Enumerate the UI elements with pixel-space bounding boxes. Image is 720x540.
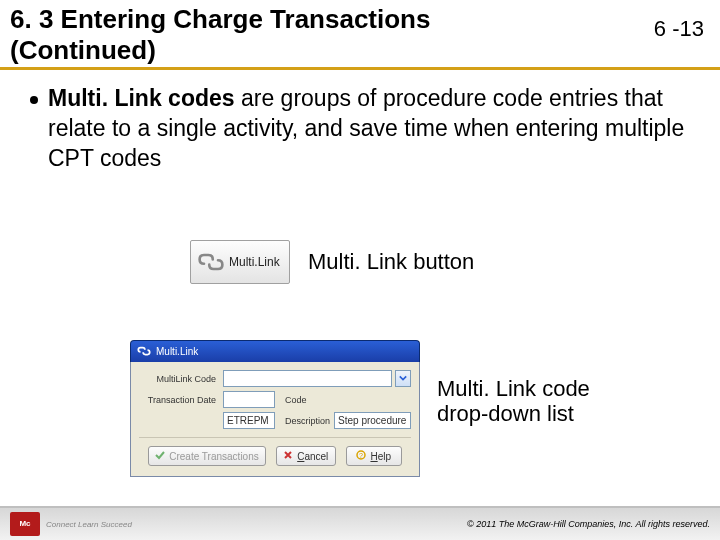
create-transactions-label: Create Transactions	[169, 451, 259, 462]
transaction-date-input[interactable]	[223, 391, 275, 408]
transaction-date-label: Transaction Date	[139, 395, 219, 405]
description-label: Description	[285, 416, 330, 426]
multilink-button[interactable]: Multi.Link	[190, 240, 290, 284]
multilink-button-caption: Multi. Link button	[308, 249, 474, 275]
page-number: 6 -13	[654, 16, 704, 42]
help-icon: ?	[356, 450, 366, 462]
description-input[interactable]: Step procedure	[334, 412, 411, 429]
multilink-code-input[interactable]	[223, 370, 392, 387]
create-transactions-button[interactable]: Create Transactions	[148, 446, 266, 466]
multilink-button-label: Multi.Link	[229, 255, 280, 269]
footer: Mc Connect Learn Succeed © 2011 The McGr…	[0, 506, 720, 540]
bullet-item: Multi. Link codes are groups of procedur…	[30, 84, 690, 174]
code-input[interactable]: ETREPM	[223, 412, 275, 429]
bullet-bold: Multi. Link codes	[48, 85, 235, 111]
multilink-code-label: MultiLink Code	[139, 374, 219, 384]
link-icon	[137, 344, 151, 360]
bullet-text: Multi. Link codes are groups of procedur…	[48, 84, 690, 174]
check-icon	[155, 450, 165, 462]
bullet-dot-icon	[30, 96, 38, 104]
x-icon	[283, 450, 293, 462]
multilink-code-dropdown-button[interactable]	[395, 370, 411, 387]
slide-title: 6. 3 Entering Charge Transactions (Conti…	[10, 4, 570, 65]
help-button[interactable]: ? Help	[346, 446, 402, 466]
cancel-button[interactable]: Cancel	[276, 446, 336, 466]
svg-text:?: ?	[360, 452, 364, 459]
code-label: Code	[285, 395, 307, 405]
cancel-label-rest: ancel	[304, 451, 328, 462]
multilink-dialog: Multi.Link MultiLink Code Transaction Da…	[130, 340, 420, 477]
dialog-titlebar: Multi.Link	[130, 340, 420, 362]
copyright: © 2011 The McGraw-Hill Companies, Inc. A…	[467, 519, 710, 529]
footer-tagline: Connect Learn Succeed	[46, 520, 132, 529]
publisher-logo: Mc	[10, 512, 40, 536]
link-icon	[197, 248, 225, 276]
dialog-title: Multi.Link	[156, 346, 198, 357]
help-label-rest: elp	[378, 451, 391, 462]
dialog-caption: Multi. Link code drop-down list	[437, 376, 627, 427]
chevron-down-icon	[399, 373, 407, 384]
